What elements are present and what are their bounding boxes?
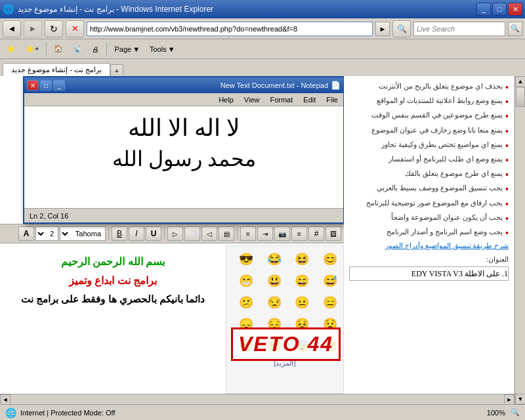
scroll-down-button[interactable]: ▼: [515, 394, 525, 404]
editor-list-button[interactable]: ≡: [291, 226, 307, 241]
smiley-item-4[interactable]: 😅: [320, 271, 340, 291]
minimize-button[interactable]: _: [476, 3, 491, 16]
editor-align-center[interactable]: ≡: [240, 226, 256, 241]
smiley-item-2[interactable]: 😂: [264, 249, 284, 269]
rule-bullet: •: [505, 154, 509, 166]
refresh-button[interactable]: ↻: [45, 20, 63, 37]
rule-text: يمنع وضع اي طلب للبرنامج أو استفسار: [388, 154, 503, 163]
smiley-item-0[interactable]: 😊: [320, 249, 340, 269]
toolbar-separator-2: [106, 43, 107, 56]
vertical-scrollbar[interactable]: ▲ ▼: [514, 76, 525, 404]
editor-center-button[interactable]: ⬜: [184, 226, 200, 241]
go-button[interactable]: ►: [375, 22, 390, 36]
rule-bullet: •: [505, 140, 509, 152]
smiley-item-3[interactable]: 😎: [236, 249, 256, 269]
close-button[interactable]: ✕: [508, 3, 522, 16]
page-label: Page: [114, 45, 131, 53]
notepad-edit-menu[interactable]: Edit: [298, 93, 321, 106]
ie-icon: 🌐: [3, 4, 14, 14]
scroll-left-button[interactable]: ◄: [0, 394, 10, 405]
smiley-item-6[interactable]: 😃: [264, 271, 284, 291]
search-go-button[interactable]: 🔍: [508, 22, 522, 36]
tools-button[interactable]: Tools▼: [146, 41, 179, 57]
notepad-window: 📄 New Text Document.txt - Notepad _ □ ✕ …: [23, 76, 344, 224]
rule-bullet: •: [505, 96, 509, 108]
page-button[interactable]: Page▼: [110, 41, 144, 57]
address-input[interactable]: [87, 22, 373, 36]
scroll-up-button[interactable]: ▲: [515, 76, 525, 87]
notepad-maximize[interactable]: □: [40, 80, 52, 91]
home-button[interactable]: 🏠: [50, 41, 67, 57]
editor-underline-button[interactable]: B: [112, 226, 127, 241]
editor-italic-button[interactable]: I: [129, 226, 144, 241]
formatting-guide-link[interactable]: شرح طريقة تنسيق المواضيع وأدراج الصور: [385, 242, 509, 249]
font-select[interactable]: Tahoma: [60, 226, 106, 241]
rule-item: •يحذف اي موضوع يتعلق بالربح من الأنترنت: [349, 81, 509, 93]
title-bar-buttons[interactable]: _ □ ✕: [476, 3, 522, 16]
browser-layout: •يحذف اي موضوع يتعلق بالربح من الأنترنت•…: [0, 76, 514, 394]
editor-bold-button[interactable]: U: [146, 226, 161, 241]
add-favorites-button[interactable]: ⭐+: [22, 41, 43, 57]
window-title: برامج نت - إنشاء موضوع جديد - Windows In…: [18, 5, 213, 14]
post-content: بسم الله الرحمن الرحيم برامج نت ابداع وت…: [0, 245, 226, 394]
editor-font-icon[interactable]: A: [18, 226, 34, 241]
forward-button[interactable]: ►: [24, 20, 42, 37]
smiley-item-10[interactable]: 😒: [264, 293, 284, 312]
notepad-content[interactable]: لا اله الا الله محمد رسول الله: [24, 106, 343, 208]
rule-text: يجب وضع اسم البرنامج و أصدار البرنامج: [387, 227, 503, 236]
notepad-view-menu[interactable]: View: [239, 93, 265, 106]
rule-text: يجب تنسيق الموضوع ووصف بسيط بالعربي: [377, 183, 503, 192]
print-button[interactable]: 🖨: [88, 41, 103, 57]
editor-img-button[interactable]: 🖼: [326, 226, 341, 241]
horizontal-scrollbar[interactable]: ◄ ►: [0, 394, 514, 404]
notepad-help-menu[interactable]: Help: [213, 93, 239, 106]
status-left: 🌐 Internet | Protected Mode: Off: [5, 408, 116, 418]
notepad-buttons[interactable]: _ □ ✕: [27, 80, 65, 91]
back-button[interactable]: ◄: [3, 20, 21, 37]
notepad-minimize[interactable]: _: [53, 80, 65, 91]
notepad-line2: محمد رسول الله: [30, 144, 338, 174]
title-bar-left: 🌐 برامج نت - إنشاء موضوع جديد - Windows …: [3, 4, 213, 14]
smiley-item-7[interactable]: 😁: [236, 271, 256, 291]
editor-left-button[interactable]: ◁: [201, 226, 217, 241]
stamp-overlay: VETO 44: [231, 327, 341, 361]
rule-text: يجب أن يكون عنوان الموضوعة واضحاً: [391, 213, 503, 222]
rss-button[interactable]: 📡: [69, 41, 86, 57]
notepad-title-text: New Text Document.txt - Notepad: [220, 81, 328, 89]
editor-right-button[interactable]: ▷: [167, 226, 183, 241]
size-select[interactable]: 2: [35, 226, 58, 241]
smiley-item-9[interactable]: 😐: [292, 293, 312, 312]
notepad-icon: 📄: [331, 81, 341, 90]
rule-bullet: •: [505, 169, 509, 180]
new-tab-button[interactable]: +: [110, 64, 123, 76]
rule-item: •يمنع منعا باتا وضع زخارف في عنوان الموض…: [349, 125, 509, 137]
search-icon[interactable]: 🔍: [392, 20, 411, 37]
maximize-button[interactable]: □: [492, 3, 507, 16]
stop-button[interactable]: ✕: [66, 20, 84, 37]
editor-img2-button[interactable]: 📷: [274, 226, 290, 241]
rule-item: •يمنع وضع اي طلب للبرنامج أو استفسار: [349, 154, 509, 166]
smiley-item-11[interactable]: 😕: [236, 293, 256, 312]
rule-text: يحذف اي موضوع يتعلق بالربح من الأنترنت: [379, 81, 503, 91]
active-tab[interactable]: برامج نت - إنشاء موضوع جديد: [3, 63, 110, 76]
editor-justify-button[interactable]: ▤: [219, 226, 234, 241]
address-bar: ◄ ► ↻ ✕ ► 🔍 🔍: [0, 18, 525, 39]
title-input[interactable]: [349, 266, 509, 281]
ie-status-icon: 🌐: [5, 408, 16, 418]
notepad-menu: File Edit Format View Help: [24, 93, 343, 106]
scroll-right-button[interactable]: ►: [504, 394, 514, 405]
notepad-file-menu[interactable]: File: [321, 93, 343, 106]
editor-hash-button[interactable]: #: [308, 226, 324, 241]
smiley-item-1[interactable]: 😆: [292, 249, 312, 269]
notepad-status-bar: Ln 2, Col 16: [24, 208, 343, 222]
favorites-star-button[interactable]: ⭐: [3, 41, 20, 57]
smiley-item-5[interactable]: 😄: [292, 271, 312, 291]
editor-align-right[interactable]: ⇥: [257, 226, 273, 241]
notepad-format-menu[interactable]: Format: [264, 93, 298, 106]
search-input[interactable]: [413, 22, 505, 36]
smiley-item-8[interactable]: 😑: [320, 293, 340, 312]
scroll-thumb[interactable]: [516, 87, 525, 107]
rule-bullet: •: [505, 198, 509, 210]
main-toolbar: ⭐ ⭐+ 🏠 📡 🖨 Page▼ Tools▼: [0, 39, 525, 59]
notepad-close[interactable]: ✕: [27, 80, 39, 91]
